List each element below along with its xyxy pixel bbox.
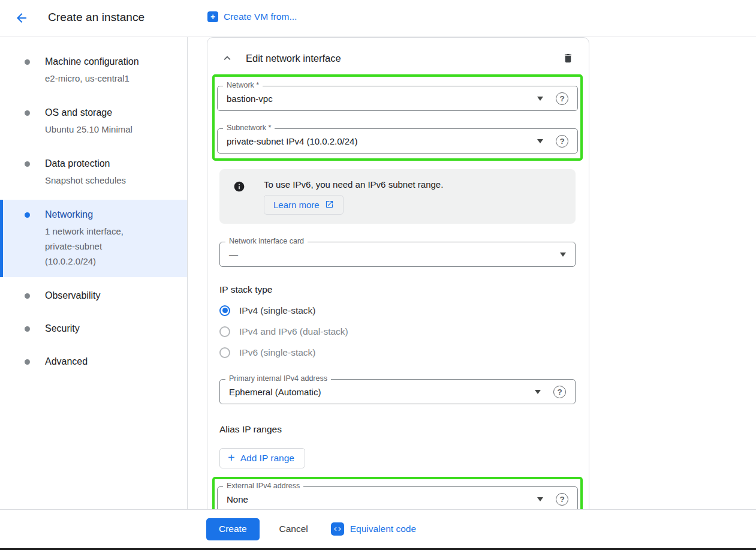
primary-ipv4-value: Ephemeral (Automatic): [229, 387, 530, 397]
chevron-up-icon: [221, 52, 234, 65]
sidebar-item-label: OS and storage: [45, 106, 175, 119]
external-ipv4-help-icon[interactable]: ?: [556, 493, 568, 506]
step-bullet-icon: [25, 293, 30, 299]
panel-header: Edit network interface: [219, 38, 576, 65]
external-ip-highlight-annotation: External IPv4 address None ?: [212, 477, 583, 509]
sidebar-item-security[interactable]: Security: [0, 314, 187, 343]
network-select[interactable]: Network * bastion-vpc ?: [217, 86, 578, 111]
subnetwork-help-icon[interactable]: ?: [556, 135, 568, 148]
radio-unselected-icon: [219, 326, 230, 337]
external-ipv4-label: External IPv4 address: [223, 482, 303, 490]
action-footer: Create Cancel Equivalent code: [0, 509, 756, 548]
create-button[interactable]: Create: [206, 518, 260, 540]
nic-select-label: Network interface card: [225, 237, 308, 245]
content-area: Machine configuration e2-micro, us-centr…: [0, 37, 756, 509]
back-button[interactable]: [13, 11, 30, 28]
panel-title: Edit network interface: [246, 53, 560, 64]
step-bullet-icon: [25, 359, 30, 365]
equivalent-code-link[interactable]: Equivalent code: [331, 522, 416, 536]
primary-internal-ipv4-select[interactable]: Primary internal IPv4 address Ephemeral …: [219, 379, 576, 404]
vm-plus-icon: +: [207, 11, 218, 22]
sidebar-item-os-and-storage[interactable]: OS and storage Ubuntu 25.10 Minimal: [0, 98, 187, 145]
sidebar-item-sublabel: e2-micro, us-central1: [45, 71, 153, 86]
add-ip-range-label: Add IP range: [240, 453, 294, 464]
sidebar-item-advanced[interactable]: Advanced: [0, 347, 187, 376]
network-select-label: Network *: [223, 81, 263, 89]
sidebar-item-label: Advanced: [45, 355, 175, 368]
main-area: Edit network interface Network * bastion…: [207, 37, 589, 509]
sidebar-item-label: Machine configuration: [45, 55, 175, 68]
create-vm-from-label: Create VM from...: [224, 11, 297, 22]
radio-label: IPv6 (single-stack): [239, 347, 315, 358]
step-bullet-icon: [25, 59, 30, 65]
info-text: To use IPv6, you need an IPv6 subnet ran…: [264, 179, 443, 190]
dropdown-arrow-icon: [537, 497, 543, 501]
sidebar-item-machine-configuration[interactable]: Machine configuration e2-micro, us-centr…: [0, 47, 187, 94]
ipv6-info-banner: To use IPv6, you need an IPv6 subnet ran…: [219, 169, 576, 224]
alias-ip-ranges-label: Alias IP ranges: [219, 424, 576, 435]
dropdown-arrow-icon: [535, 390, 541, 394]
learn-more-label: Learn more: [273, 200, 320, 210]
sidebar-item-label: Data protection: [45, 157, 175, 170]
external-ipv4-value: None: [227, 494, 532, 504]
external-ipv4-select[interactable]: External IPv4 address None ?: [217, 486, 578, 509]
edit-network-interface-panel: Edit network interface Network * bastion…: [207, 37, 589, 509]
info-icon: [233, 181, 245, 215]
subnetwork-select-label: Subnetwork *: [223, 124, 275, 132]
primary-ipv4-help-icon[interactable]: ?: [553, 386, 566, 398]
subnetwork-select[interactable]: Subnetwork * private-subnet IPv4 (10.0.2…: [217, 128, 578, 154]
radio-unselected-icon: [219, 347, 230, 358]
create-instance-page: Create an instance + Create VM from... M…: [0, 0, 756, 550]
collapse-section-button[interactable]: [219, 50, 235, 66]
network-highlight-annotation: Network * bastion-vpc ? Subnetwork * pri…: [212, 74, 583, 161]
primary-ipv4-label: Primary internal IPv4 address: [225, 374, 331, 383]
code-icon: [331, 522, 344, 536]
sidebar-item-sublabel: Ubuntu 25.10 Minimal: [45, 122, 153, 137]
radio-label: IPv4 (single-stack): [239, 305, 315, 316]
nic-select-value: —: [229, 250, 555, 260]
top-bar: Create an instance + Create VM from...: [0, 0, 756, 37]
radio-selected-icon: [219, 305, 230, 316]
network-help-icon[interactable]: ?: [556, 92, 568, 105]
info-content: To use IPv6, you need an IPv6 subnet ran…: [264, 179, 443, 215]
sidebar-item-sublabel: 1 network interface, private-subnet (10.…: [45, 224, 153, 269]
plus-icon: +: [228, 452, 235, 464]
step-bullet-icon: [25, 212, 30, 218]
delete-interface-button[interactable]: [560, 50, 576, 66]
dropdown-arrow-icon: [537, 139, 543, 143]
cancel-button[interactable]: Cancel: [275, 519, 313, 539]
sidebar-item-label: Observability: [45, 289, 175, 302]
sidebar-item-label: Networking: [45, 208, 175, 221]
add-ip-range-button[interactable]: + Add IP range: [219, 448, 305, 468]
ip-stack-type-label: IP stack type: [219, 284, 576, 295]
network-select-value: bastion-vpc: [227, 94, 532, 104]
sidebar-item-label: Security: [45, 322, 175, 335]
step-bullet-icon: [25, 326, 30, 332]
trash-icon: [562, 52, 574, 64]
step-bullet-icon: [25, 161, 30, 167]
sidebar-item-observability[interactable]: Observability: [0, 281, 187, 310]
page-title: Create an instance: [48, 11, 144, 24]
network-interface-card-select[interactable]: Network interface card —: [219, 242, 576, 267]
dropdown-arrow-icon: [537, 97, 543, 101]
subnetwork-select-value: private-subnet IPv4 (10.0.2.0/24): [227, 136, 532, 146]
arrow-left-icon: [14, 11, 29, 28]
radio-label: IPv4 and IPv6 (dual-stack): [239, 326, 348, 337]
step-bullet-icon: [25, 110, 30, 116]
steps-sidebar: Machine configuration e2-micro, us-centr…: [0, 37, 188, 509]
dropdown-arrow-icon: [560, 253, 566, 257]
radio-ipv4-ipv6-dual-stack[interactable]: IPv4 and IPv6 (dual-stack): [219, 321, 576, 342]
open-in-new-icon: [325, 200, 334, 211]
sidebar-item-sublabel: Snapshot schedules: [45, 173, 153, 188]
create-vm-from-link[interactable]: + Create VM from...: [207, 11, 297, 22]
radio-ipv4-single-stack[interactable]: IPv4 (single-stack): [219, 300, 576, 321]
ip-stack-radio-group: IPv4 (single-stack) IPv4 and IPv6 (dual-…: [219, 300, 576, 363]
equivalent-code-label: Equivalent code: [350, 524, 416, 534]
sidebar-item-data-protection[interactable]: Data protection Snapshot schedules: [0, 149, 187, 196]
radio-ipv6-single-stack[interactable]: IPv6 (single-stack): [219, 342, 576, 363]
sidebar-item-networking[interactable]: Networking 1 network interface, private-…: [0, 200, 187, 277]
learn-more-button[interactable]: Learn more: [264, 195, 344, 215]
